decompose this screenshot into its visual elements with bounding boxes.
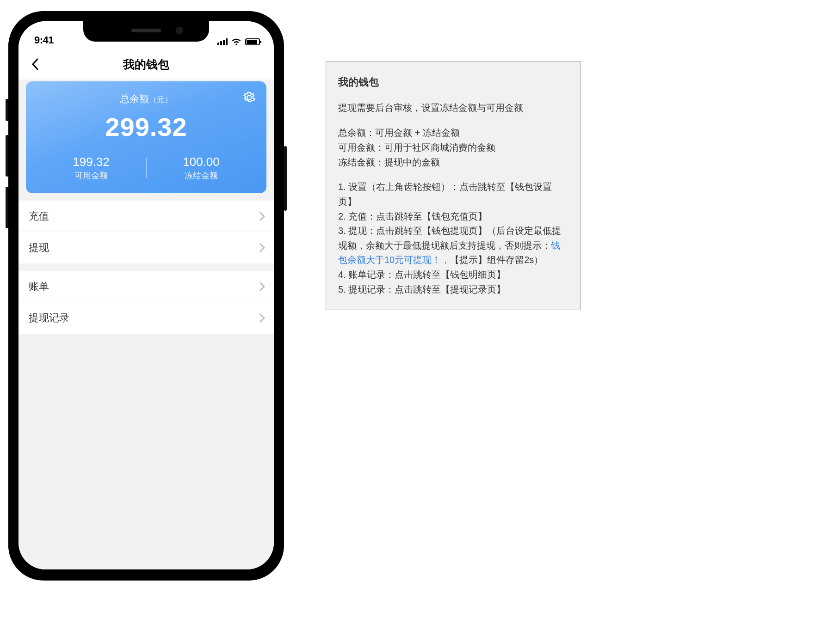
menu-item-label: 充值 bbox=[29, 209, 49, 223]
chevron-right-icon bbox=[256, 282, 265, 291]
phone-side-button bbox=[6, 99, 8, 121]
page-title: 我的钱包 bbox=[123, 57, 169, 72]
note-def-available: 可用金额：可用于社区商城消费的金额 bbox=[338, 140, 568, 155]
menu-group-2: 账单 提现记录 bbox=[19, 271, 274, 334]
nav-bar: 我的钱包 bbox=[19, 49, 274, 80]
note-step-3b: 【提示】组件存留2s） bbox=[450, 255, 543, 265]
note-title: 我的钱包 bbox=[338, 74, 568, 91]
gear-icon bbox=[242, 91, 256, 104]
status-time: 9:41 bbox=[34, 34, 54, 46]
menu-item-label: 账单 bbox=[29, 280, 49, 294]
speaker-slot bbox=[131, 29, 161, 32]
frozen-value: 100.00 bbox=[146, 155, 256, 169]
signal-icon bbox=[217, 38, 228, 45]
menu-item-recharge[interactable]: 充值 bbox=[19, 201, 274, 232]
wifi-icon bbox=[231, 38, 241, 45]
note-def-frozen: 冻结金额：提现中的金额 bbox=[338, 155, 568, 170]
phone-mockup: 9:41 我的钱包 bbox=[8, 11, 284, 580]
phone-side-button bbox=[284, 146, 287, 211]
note-definitions: 总余额：可用金额 + 冻结金额 可用金额：可用于社区商城消费的金额 冻结金额：提… bbox=[338, 125, 568, 170]
chevron-right-icon bbox=[256, 243, 265, 252]
menu-item-withdraw[interactable]: 提现 bbox=[19, 232, 274, 263]
balance-unit: （元） bbox=[149, 95, 173, 104]
menu-item-label: 提现 bbox=[29, 241, 49, 255]
available-value: 199.32 bbox=[36, 155, 146, 169]
note-subtitle: 提现需要后台审核，设置冻结金额与可用金额 bbox=[338, 101, 568, 116]
note-step-1: 1. 设置（右上角齿轮按钮）：点击跳转至【钱包设置页】 bbox=[338, 180, 568, 209]
note-step-5: 5. 提现记录：点击跳转至【提现记录页】 bbox=[338, 282, 568, 297]
note-steps: 1. 设置（右上角齿轮按钮）：点击跳转至【钱包设置页】 2. 充值：点击跳转至【… bbox=[338, 180, 568, 297]
frozen-label: 冻结金额 bbox=[146, 170, 256, 181]
phone-frame: 9:41 我的钱包 bbox=[8, 11, 284, 580]
note-step-4: 4. 账单记录：点击跳转至【钱包明细页】 bbox=[338, 268, 568, 282]
front-camera bbox=[176, 27, 183, 34]
content-area: 总余额（元） 299.32 199.32 可用金额 bbox=[19, 80, 274, 569]
chevron-left-icon bbox=[31, 58, 39, 70]
balance-label-row: 总余额（元） bbox=[36, 92, 256, 105]
menu-group-1: 充值 提现 bbox=[19, 201, 274, 263]
annotation-panel: 我的钱包 提现需要后台审核，设置冻结金额与可用金额 总余额：可用金额 + 冻结金… bbox=[326, 61, 581, 310]
balance-columns: 199.32 可用金额 100.00 冻结金额 bbox=[36, 155, 256, 181]
phone-side-button bbox=[6, 187, 8, 228]
note-step-3: 3. 提现：点击跳转至【钱包提现页】（后台设定最低提现额，余额大于最低提现额后支… bbox=[338, 224, 568, 268]
note-def-total: 总余额：可用金额 + 冻结金额 bbox=[338, 125, 568, 140]
menu-item-label: 提现记录 bbox=[29, 311, 69, 325]
note-step-3a: 3. 提现：点击跳转至【钱包提现页】（后台设定最低提现额，余额大于最低提现额后支… bbox=[338, 226, 561, 251]
phone-notch bbox=[83, 21, 209, 42]
available-label: 可用金额 bbox=[36, 170, 146, 181]
status-right-cluster bbox=[217, 38, 260, 46]
note-step-2: 2. 充值：点击跳转至【钱包充值页】 bbox=[338, 209, 568, 224]
phone-side-button bbox=[6, 135, 8, 177]
chevron-right-icon bbox=[256, 313, 265, 323]
balance-label: 总余额 bbox=[120, 93, 149, 104]
chevron-right-icon bbox=[256, 212, 265, 221]
settings-button[interactable] bbox=[242, 91, 256, 104]
available-column: 199.32 可用金额 bbox=[36, 155, 146, 181]
phone-screen: 9:41 我的钱包 bbox=[19, 21, 274, 569]
battery-icon bbox=[245, 38, 260, 45]
balance-card: 总余额（元） 299.32 199.32 可用金额 bbox=[26, 81, 266, 193]
menu-item-bill[interactable]: 账单 bbox=[19, 271, 274, 302]
back-button[interactable] bbox=[27, 56, 43, 73]
menu-item-withdraw-records[interactable]: 提现记录 bbox=[19, 302, 274, 334]
balance-amount: 299.32 bbox=[36, 112, 256, 142]
frozen-column: 100.00 冻结金额 bbox=[146, 155, 256, 181]
